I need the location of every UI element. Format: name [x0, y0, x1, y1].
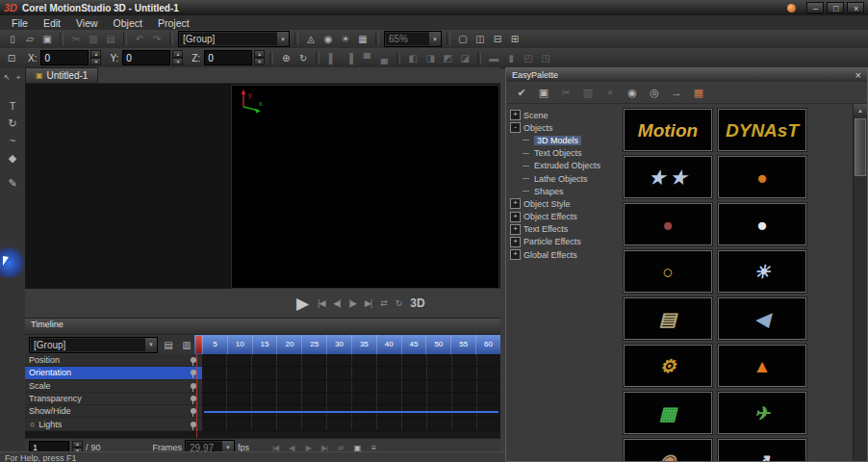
thumbnail-dynast-text[interactable]: DYNAsT — [718, 109, 806, 151]
maximize-button[interactable]: □ — [827, 2, 844, 13]
update-notification-icon[interactable] — [787, 4, 796, 13]
match-width-button[interactable]: ▬ — [486, 51, 501, 65]
thumbnail-soccer-ball[interactable]: ● — [718, 203, 806, 245]
new-document-button[interactable]: ▯ — [5, 32, 20, 46]
tree-item-object-effects[interactable]: + Object Effects — [510, 211, 614, 223]
minimize-button[interactable]: – — [806, 2, 824, 13]
thumbnail-red-sphere[interactable]: ● — [624, 203, 712, 245]
align-bottom-button[interactable]: ▄ — [376, 51, 392, 65]
thumbnail-teddy-bear[interactable]: ◉ — [624, 439, 712, 461]
timeline-ruler[interactable]: 5 10 15 20 25 30 35 40 45 50 55 60 — [194, 335, 500, 354]
primitive-tool-button[interactable]: ◆ — [3, 149, 22, 167]
expand-toggle-icon[interactable]: + — [510, 212, 521, 222]
layout-single-button[interactable]: ▢ — [455, 32, 471, 46]
paste-button[interactable]: ▤ — [103, 32, 118, 46]
spin-up-icon[interactable]: ▲ — [90, 50, 101, 58]
group-selector-combo[interactable]: [Group] ▼ — [178, 31, 290, 47]
thumbnail-tricycle[interactable]: ★ ★ — [624, 156, 712, 198]
move-mode-button[interactable]: ⊕ — [278, 51, 294, 65]
layout-quad-button[interactable]: ⊞ — [507, 32, 523, 46]
tree-item-text-effects[interactable]: + Text Effects — [510, 223, 614, 236]
thumbnail-corrugated-sheet[interactable]: ▤ — [624, 297, 712, 340]
keyframe-span[interactable] — [204, 411, 498, 413]
send-to-back-button[interactable]: ◳ — [538, 51, 553, 65]
copy-button[interactable]: ▥ — [579, 85, 597, 100]
menu-view[interactable]: View — [68, 17, 106, 29]
align-center-horizontal-button[interactable]: ◧ — [405, 51, 421, 65]
thumbnail-scrollbar[interactable]: ▲ — [853, 104, 867, 461]
spin-up-icon[interactable]: ▲ — [172, 50, 183, 58]
track-position[interactable] — [202, 354, 500, 367]
track-orientation[interactable] — [202, 367, 500, 379]
play-button[interactable]: ▶ — [296, 294, 309, 314]
playhead-marker[interactable] — [196, 336, 201, 353]
layout-two-pane-button[interactable]: ◫ — [472, 32, 488, 46]
repeat-mode-button[interactable]: ↻ — [396, 298, 402, 308]
cut-button[interactable]: ✂ — [68, 32, 84, 46]
loop-mode-button[interactable]: ⇄ — [380, 298, 387, 308]
thumbnail-motion-trophy[interactable]: Motion — [624, 109, 712, 151]
scrollbar-thumb[interactable] — [855, 118, 866, 176]
align-right-button[interactable]: ▐ — [342, 51, 357, 65]
z-coordinate-field[interactable] — [204, 50, 252, 65]
spin-up-icon[interactable]: ▲ — [254, 50, 265, 58]
align-left-button[interactable]: ▌ — [324, 51, 340, 65]
tree-item-objects[interactable]: - Objects — [510, 121, 614, 134]
bring-to-front-button[interactable]: ◰ — [521, 51, 536, 65]
go-first-frame-button[interactable]: |◀ — [318, 298, 324, 308]
y-coordinate-stepper[interactable]: ▲ ▼ — [172, 50, 183, 65]
apply-button[interactable]: ✔ — [513, 85, 530, 100]
palette-menu-button[interactable]: ▦ — [690, 85, 707, 100]
timeline-options-button[interactable]: ▥ — [179, 338, 194, 352]
timeline-row-transparency[interactable]: Transparency — [25, 393, 500, 405]
lock-axis-button[interactable]: ⊡ — [4, 51, 19, 65]
rotate-mode-button[interactable]: ↻ — [295, 51, 311, 65]
timeline-row-orientation[interactable]: Orientation — [25, 367, 500, 379]
thumbnail-terrain-map[interactable]: ▦ — [624, 392, 712, 434]
track-scale[interactable] — [202, 380, 500, 393]
expand-toggle-icon[interactable]: + — [510, 198, 521, 209]
edit-points-tool-button[interactable]: ✎ — [3, 174, 22, 192]
add-to-palette-button[interactable]: ▣ — [535, 85, 552, 100]
tree-item-lathe-objects[interactable]: Lathe Objects — [510, 172, 614, 185]
z-coordinate-stepper[interactable]: ▲ ▼ — [254, 50, 265, 65]
save-project-button[interactable]: ▣ — [39, 32, 55, 46]
expand-toggle-icon[interactable]: + — [510, 224, 521, 235]
y-coordinate-field[interactable] — [122, 50, 170, 65]
tree-item-extruded-objects[interactable]: Extruded Objects — [510, 160, 614, 172]
distribute-horizontal-button[interactable]: ◩ — [440, 51, 455, 65]
chevron-down-icon[interactable]: ▼ — [145, 338, 157, 352]
align-top-button[interactable]: ▀ — [359, 51, 374, 65]
timeline-row-show-hide[interactable]: Show/Hide — [25, 405, 500, 418]
menu-file[interactable]: File — [4, 17, 36, 29]
thumbnail-basketball[interactable]: ● — [718, 156, 806, 198]
layout-h-split-button[interactable]: ⊟ — [490, 32, 505, 46]
thumbnail-traffic-cone[interactable]: ▲ — [718, 345, 806, 387]
tree-item-particle-effects[interactable]: + Particle Effects — [510, 236, 614, 248]
3d-view-mode-button[interactable]: 3D — [410, 296, 424, 310]
preview-button[interactable]: ◉ — [624, 85, 641, 100]
path-tool-button[interactable]: ~ — [3, 132, 22, 149]
thumbnail-shark[interactable]: ◀ — [718, 297, 806, 340]
menu-object[interactable]: Object — [106, 17, 150, 29]
zoom-level-combo[interactable]: 65% ▼ — [384, 31, 442, 47]
insert-camera-button[interactable]: ◉ — [320, 32, 336, 46]
collapse-toggle-icon[interactable]: - — [510, 122, 521, 133]
track-show-hide[interactable] — [202, 405, 500, 418]
tree-item-scene[interactable]: + Scene — [510, 109, 614, 121]
tree-item-object-style[interactable]: + Object Style — [510, 197, 614, 210]
scroll-up-icon[interactable]: ▲ — [854, 104, 867, 116]
render-canvas[interactable]: y x — [231, 85, 499, 289]
distribute-vertical-button[interactable]: ◪ — [457, 51, 472, 65]
step-back-button[interactable]: ◀| — [333, 298, 340, 308]
insert-light-button[interactable]: ☀ — [338, 32, 353, 46]
thumbnail-spotlight[interactable]: ☀ — [718, 250, 806, 293]
expand-toggle-icon[interactable]: + — [510, 110, 521, 120]
cut-button[interactable]: ✂ — [557, 85, 574, 100]
thumbnail-gears[interactable]: ⚙ — [624, 345, 712, 387]
tree-item-text-objects[interactable]: Text Objects — [510, 147, 614, 160]
timeline-row-lights[interactable]: ☼Lights — [25, 418, 500, 430]
tree-item-global-effects[interactable]: + Global Effects — [510, 248, 614, 261]
thumbnail-gold-ring[interactable]: ○ — [624, 250, 712, 293]
spin-down-icon[interactable]: ▼ — [254, 58, 265, 65]
